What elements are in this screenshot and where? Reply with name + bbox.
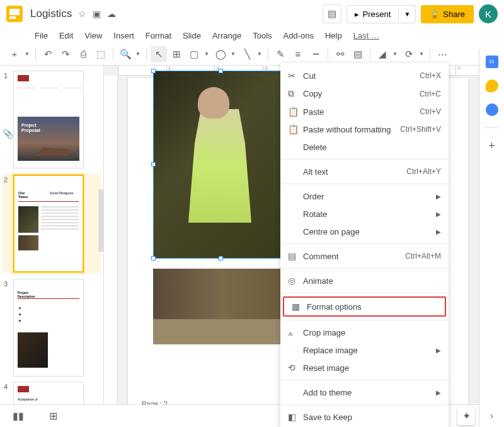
ctx-paste[interactable]: 📋PasteCtrl+V	[280, 103, 449, 120]
mask-button[interactable]: ◢	[374, 46, 391, 62]
title-area: Logistics ☆ ▣ ☁	[30, 8, 323, 20]
grid-view-button[interactable]: ⊞	[49, 410, 57, 422]
star-icon[interactable]: ☆	[78, 9, 86, 19]
comments-button[interactable]: ▤	[323, 4, 341, 23]
keep-icon: ◧	[288, 412, 303, 422]
present-button[interactable]: ▸Present ▼	[346, 5, 416, 23]
menu-arrange[interactable]: Arrange	[208, 30, 246, 42]
last-edit[interactable]: Last …	[349, 30, 384, 42]
ctx-paste-wf[interactable]: 📋Paste without formattingCtrl+Shift+V	[280, 120, 449, 138]
ctx-cut[interactable]: ✂CutCtrl+X	[280, 67, 449, 85]
ctx-replace[interactable]: Replace image▶	[280, 341, 449, 359]
redo-button[interactable]: ↷	[57, 46, 74, 62]
tasks-icon[interactable]	[486, 103, 498, 116]
thumb-1[interactable]: 1 Project Proposal	[4, 71, 100, 168]
reset-image-button[interactable]: ⟳	[401, 46, 417, 62]
image-tool[interactable]: ▢	[186, 46, 202, 62]
ctx-copy[interactable]: ⧉CopyCtrl+C	[280, 85, 449, 103]
filmstrip[interactable]: 📎 1 Project Proposal 2 Our Team Sonia Pa…	[0, 66, 104, 419]
ruler-vertical	[104, 76, 118, 419]
comment-button[interactable]: ▤	[350, 46, 366, 62]
present-dropdown[interactable]: ▼	[398, 7, 415, 21]
menu-addons[interactable]: Add-ons	[279, 30, 318, 42]
menu-tools[interactable]: Tools	[248, 30, 276, 42]
image-dropdown[interactable]: ▼	[202, 46, 211, 62]
ctx-order[interactable]: Order▶	[280, 187, 449, 205]
toolbar: + ▼ ↶ ↷ ⎙ ⬚ 🔍 ▼ ↖ ⊞ ▢ ▼ ◯ ▼ ╲ ▼ ✎ ≡ ┅ ⚯ …	[0, 43, 504, 66]
move-icon[interactable]: ▣	[93, 9, 101, 19]
shape-tool[interactable]: ◯	[212, 46, 229, 62]
thumb-4[interactable]: 4 Acceptance of	[4, 382, 100, 407]
mask-dropdown[interactable]: ▼	[391, 46, 399, 62]
collapse-panel-icon[interactable]: ›	[490, 411, 493, 421]
menubar: File Edit View Insert Format Slide Arran…	[0, 28, 504, 43]
ctx-comment[interactable]: ▤CommentCtrl+Alt+M	[280, 247, 449, 265]
menu-help[interactable]: Help	[321, 30, 346, 42]
ctx-delete[interactable]: Delete	[280, 138, 449, 156]
cloud-icon[interactable]: ☁	[107, 9, 116, 19]
menu-format[interactable]: Format	[141, 30, 176, 42]
line-tool[interactable]: ╲	[239, 46, 255, 62]
lock-icon: 🔒	[430, 9, 440, 19]
ctx-addtheme[interactable]: Add to theme▶	[280, 383, 449, 401]
resize-handle[interactable]	[219, 69, 223, 73]
border-color-button[interactable]: ✎	[272, 46, 289, 62]
reset-dropdown[interactable]: ▼	[417, 46, 426, 62]
avatar[interactable]: K	[479, 4, 498, 23]
link-button[interactable]: ⚯	[332, 46, 348, 62]
menu-slide[interactable]: Slide	[178, 30, 205, 42]
ctx-alttext[interactable]: Alt textCtrl+Alt+Y	[280, 163, 449, 180]
shape-dropdown[interactable]: ▼	[229, 46, 238, 62]
menu-view[interactable]: View	[80, 30, 106, 42]
resize-handle[interactable]	[151, 69, 156, 73]
menu-file[interactable]: File	[30, 30, 52, 42]
print-button[interactable]: ⎙	[75, 46, 91, 62]
new-slide-button[interactable]: +	[6, 46, 23, 62]
side-panel: + ›	[479, 49, 504, 427]
ctx-format-options[interactable]: ▦Format options	[284, 298, 445, 315]
thumb-2[interactable]: 2 Our Team Sonia Panagona	[3, 173, 101, 274]
resize-handle[interactable]	[219, 256, 223, 260]
filmstrip-scrollbar[interactable]	[98, 189, 103, 252]
attachment-icon[interactable]: 📎	[3, 129, 13, 139]
ctx-crop[interactable]: ⟁Crop image	[280, 324, 449, 341]
doc-title[interactable]: Logistics	[30, 8, 72, 20]
menu-insert[interactable]: Insert	[109, 30, 139, 42]
ctx-rotate[interactable]: Rotate▶	[280, 205, 449, 223]
resize-handle[interactable]	[151, 256, 156, 260]
animate-icon: ◎	[288, 276, 303, 286]
paint-format-button[interactable]: ⬚	[93, 46, 109, 62]
copy-icon: ⧉	[288, 88, 303, 99]
thumb-title: Project Proposal	[21, 123, 40, 134]
keep-icon[interactable]	[486, 79, 498, 92]
new-slide-dropdown[interactable]: ▼	[23, 46, 32, 62]
zoom-button[interactable]: 🔍	[117, 46, 134, 62]
border-weight-button[interactable]: ≡	[290, 46, 306, 62]
ctx-animate[interactable]: ◎Animate	[280, 272, 449, 290]
selected-image[interactable]	[153, 71, 289, 259]
thumb-sub: Sonia Panagona	[50, 191, 73, 195]
image-2[interactable]	[153, 269, 289, 344]
thumb-title: Project Description	[18, 291, 35, 298]
calendar-icon[interactable]	[486, 56, 498, 68]
more-button[interactable]: ⋯	[434, 46, 450, 62]
select-tool[interactable]: ↖	[151, 46, 167, 62]
undo-button[interactable]: ↶	[40, 46, 56, 62]
ctx-centre[interactable]: Centre on page▶	[280, 223, 449, 240]
share-button[interactable]: 🔒 Share	[421, 5, 474, 23]
resize-handle[interactable]	[151, 162, 156, 167]
zoom-dropdown[interactable]: ▼	[134, 46, 142, 62]
addons-plus-icon[interactable]: +	[488, 139, 495, 153]
menu-edit[interactable]: Edit	[55, 30, 77, 42]
header: Logistics ☆ ▣ ☁ ▤ ▸Present ▼ 🔒 Share K	[0, 0, 504, 28]
line-dropdown[interactable]: ▼	[255, 46, 264, 62]
border-dash-button[interactable]: ┅	[307, 46, 324, 62]
filmstrip-view-button[interactable]: ▮▮	[13, 410, 24, 422]
ctx-savekeep[interactable]: ◧Save to Keep	[280, 408, 449, 426]
thumb-3[interactable]: 3 Project Description	[4, 279, 100, 377]
ctx-reset[interactable]: ⟲Reset image	[280, 359, 449, 377]
paste-wf-icon: 📋	[288, 124, 303, 134]
textbox-tool[interactable]: ⊞	[168, 46, 185, 62]
slides-logo[interactable]	[6, 6, 23, 22]
explore-button[interactable]: ✦	[457, 407, 475, 425]
